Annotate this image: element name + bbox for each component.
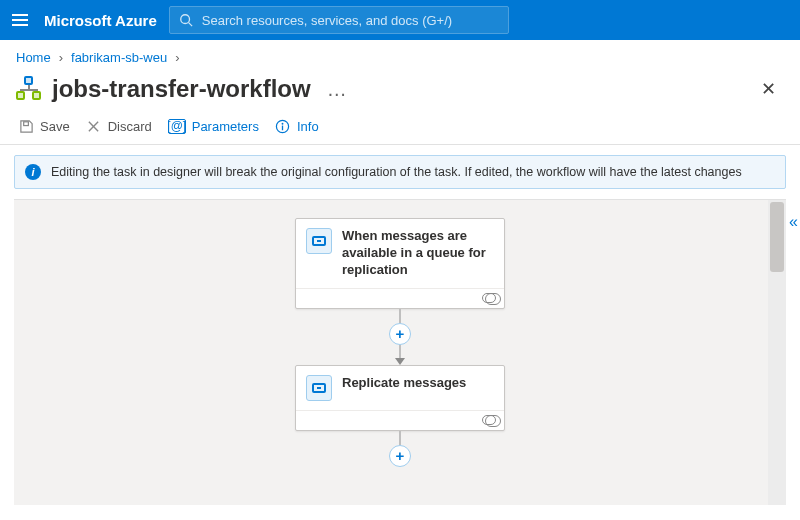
save-label: Save [40,119,70,134]
servicebus-icon [306,375,332,401]
info-icon [275,118,291,134]
breadcrumb-home[interactable]: Home [16,50,51,65]
brand-label: Microsoft Azure [44,12,157,29]
svg-line-1 [188,23,192,27]
add-step-button[interactable]: + [389,323,411,345]
azure-topbar: Microsoft Azure [0,0,800,40]
info-label: Info [297,119,319,134]
info-button[interactable]: Info [275,118,319,134]
action-title: Replicate messages [342,375,466,392]
workflow-trigger-card[interactable]: When messages are available in a queue f… [295,218,505,309]
search-input[interactable] [202,13,500,28]
workflow-icon [16,76,42,102]
breadcrumb: Home › fabrikam-sb-weu › [0,40,800,74]
svg-point-0 [181,15,190,24]
parameters-icon: [@] [168,119,186,134]
banner-text: Editing the task in designer will break … [51,165,742,179]
add-step-button[interactable]: + [389,445,411,467]
chevron-right-icon: › [175,50,179,65]
connection-icon [482,293,496,303]
connector: + [389,431,411,467]
collapse-panel-button[interactable]: « [789,213,798,231]
arrow-down-icon [395,358,405,365]
discard-button[interactable]: Discard [86,118,152,134]
svg-point-6 [282,122,284,124]
designer-canvas[interactable]: When messages are available in a queue f… [14,199,786,505]
svg-rect-7 [282,125,283,130]
close-blade-button[interactable]: ✕ [753,74,784,104]
parameters-label: Parameters [192,119,259,134]
info-banner: i Editing the task in designer will brea… [14,155,786,189]
breadcrumb-resource[interactable]: fabrikam-sb-weu [71,50,167,65]
trigger-title: When messages are available in a queue f… [342,228,494,279]
save-button[interactable]: Save [18,118,70,134]
discard-label: Discard [108,119,152,134]
info-badge-icon: i [25,164,41,180]
parameters-button[interactable]: [@] Parameters [168,119,259,134]
svg-rect-2 [23,121,28,125]
search-icon [178,12,194,28]
save-icon [18,118,34,134]
page-title: jobs-transfer-workflow [52,75,311,103]
chevron-right-icon: › [59,50,63,65]
connector: + [389,309,411,365]
global-search[interactable] [169,6,509,34]
workflow-action-card[interactable]: Replicate messages [295,365,505,431]
menu-toggle-button[interactable] [8,8,32,32]
discard-icon [86,118,102,134]
connection-icon [482,415,496,425]
designer-toolbar: Save Discard [@] Parameters Info [0,112,800,145]
page-header: jobs-transfer-workflow … ✕ [0,74,800,112]
more-actions-button[interactable]: … [327,78,347,101]
servicebus-icon [306,228,332,254]
